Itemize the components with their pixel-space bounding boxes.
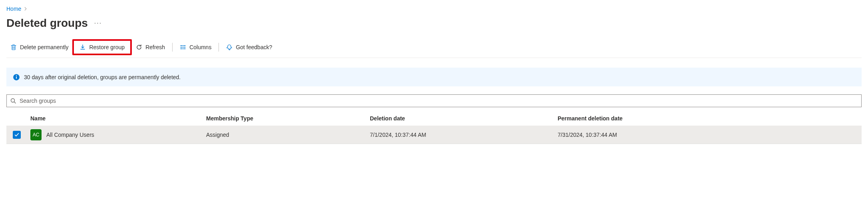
columns-button[interactable]: Columns — [176, 42, 215, 53]
restore-group-label: Restore group — [89, 44, 125, 50]
highlight-annotation: Restore group — [72, 39, 132, 55]
breadcrumb-home-link[interactable]: Home — [6, 6, 21, 12]
row-checkbox[interactable] — [13, 131, 21, 139]
delete-permanently-button[interactable]: Delete permanently — [6, 42, 72, 53]
refresh-label: Refresh — [145, 44, 165, 50]
page-title: Deleted groups — [6, 17, 88, 30]
membership-type-cell: Assigned — [203, 128, 367, 141]
info-icon — [13, 74, 20, 81]
column-header-deletion-date[interactable]: Deletion date — [367, 111, 554, 126]
column-header-membership-type[interactable]: Membership Type — [203, 111, 367, 126]
feedback-button[interactable]: Got feedback? — [222, 42, 276, 53]
info-banner: 30 days after original deletion, groups … — [6, 68, 862, 86]
feedback-icon — [226, 44, 232, 50]
search-input[interactable] — [20, 98, 858, 104]
avatar: AC — [30, 129, 42, 140]
trash-icon — [10, 44, 17, 50]
deletion-date-cell: 7/1/2024, 10:37:44 AM — [367, 128, 554, 141]
chevron-right-icon — [24, 7, 28, 11]
command-bar: Delete permanently Restore group Refresh… — [6, 37, 862, 58]
search-icon — [10, 98, 16, 104]
columns-label: Columns — [189, 44, 211, 50]
columns-icon — [180, 44, 186, 50]
refresh-icon — [136, 44, 142, 50]
search-box[interactable] — [6, 94, 862, 107]
column-header-name[interactable]: Name — [27, 111, 203, 126]
check-icon — [14, 132, 20, 138]
breadcrumb: Home — [6, 5, 862, 15]
table-header-row: Name Membership Type Deletion date Perma… — [6, 111, 862, 126]
restore-group-button[interactable]: Restore group — [75, 42, 129, 53]
permanent-deletion-date-cell: 7/31/2024, 10:37:44 AM — [554, 128, 862, 141]
download-icon — [79, 44, 86, 50]
toolbar-separator — [172, 43, 173, 52]
delete-permanently-label: Delete permanently — [20, 44, 68, 50]
more-actions-button[interactable]: ··· — [94, 20, 102, 27]
info-banner-text: 30 days after original deletion, groups … — [24, 74, 181, 80]
column-header-permanent-deletion-date[interactable]: Permanent deletion date — [554, 111, 862, 126]
feedback-label: Got feedback? — [236, 44, 272, 50]
group-name: All Company Users — [46, 132, 94, 138]
groups-table: Name Membership Type Deletion date Perma… — [6, 111, 862, 144]
refresh-button[interactable]: Refresh — [132, 42, 169, 53]
svg-rect-1 — [16, 76, 17, 79]
svg-point-2 — [16, 75, 17, 76]
toolbar-separator — [218, 43, 219, 52]
table-row[interactable]: AC All Company Users Assigned 7/1/2024, … — [6, 126, 862, 144]
